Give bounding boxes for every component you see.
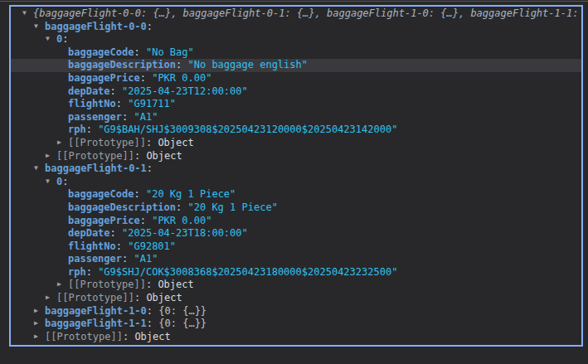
property-key: baggageCode bbox=[68, 188, 134, 200]
property-string-value: "G92801" bbox=[128, 240, 176, 252]
separator: : bbox=[176, 201, 187, 213]
property-key: depDate bbox=[68, 227, 110, 239]
tree-row: baggageCode: "No Bag" bbox=[11, 46, 581, 60]
tree-row[interactable]: ▼0: bbox=[11, 176, 581, 189]
separator: : bbox=[147, 163, 153, 174]
tree-row[interactable]: ▼baggageFlight-0-1: bbox=[11, 163, 581, 176]
tree-row: passenger: "A1" bbox=[11, 111, 581, 124]
separator: : bbox=[134, 46, 145, 58]
separator: : bbox=[134, 150, 146, 162]
property-key: baggageDescription bbox=[68, 59, 176, 70]
separator: : bbox=[62, 176, 68, 187]
tree-row: baggagePrice: "PKR 0.00" bbox=[11, 215, 581, 228]
tree-row: rph: "G9$BAH/SHJ$3009308$20250423120000$… bbox=[11, 124, 581, 137]
property-key: flightNo bbox=[68, 98, 116, 109]
collapse-triangle-icon[interactable]: ▼ bbox=[46, 176, 56, 188]
separator: : bbox=[147, 21, 153, 32]
object-value: Object bbox=[146, 150, 182, 162]
property-string-value: "A1" bbox=[134, 253, 158, 265]
property-string-value: "PKR 0.00" bbox=[152, 72, 211, 84]
separator: : bbox=[146, 279, 158, 291]
property-key: depDate bbox=[68, 85, 110, 97]
tree-row[interactable]: ▼{baggageFlight-0-0: {…}, baggageFlight-… bbox=[11, 7, 581, 21]
separator: : bbox=[147, 318, 158, 330]
property-string-value: "2025-04-23T12:00:00" bbox=[122, 85, 248, 97]
prototype-key: [[Prototype]] bbox=[45, 331, 123, 342]
expand-triangle-icon[interactable]: ▶ bbox=[34, 305, 45, 318]
log-entry-divider bbox=[0, 1, 588, 2]
tree-row[interactable]: ▼baggageFlight-0-0: bbox=[11, 21, 581, 34]
separator: : bbox=[134, 292, 146, 303]
property-string-value: "No baggage english" bbox=[188, 59, 309, 70]
property-key: baggageFlight-1-0 bbox=[45, 305, 147, 317]
tree-row: baggageDescription: "No baggage english" bbox=[11, 59, 581, 72]
tree-row: depDate: "2025-04-23T12:00:00" bbox=[11, 85, 581, 99]
tree-row: depDate: "2025-04-23T18:00:00" bbox=[11, 227, 581, 240]
tree-row[interactable]: ▶[[Prototype]]: Object bbox=[11, 137, 581, 150]
property-key: baggageFlight-1-1 bbox=[45, 318, 147, 330]
property-string-value: "G9$BAH/SHJ$3009308$20250423120000$20250… bbox=[98, 124, 397, 135]
tree-row: flightNo: "G91711" bbox=[11, 98, 581, 111]
tree-row[interactable]: ▶[[Prototype]]: Object bbox=[11, 331, 581, 344]
collapse-triangle-icon[interactable]: ▼ bbox=[34, 21, 45, 33]
tree-row[interactable]: ▶baggageFlight-1-1: {0: {…}} bbox=[11, 318, 581, 331]
separator: : bbox=[147, 305, 158, 317]
separator: : bbox=[110, 227, 122, 239]
separator: : bbox=[116, 98, 128, 109]
expand-triangle-icon[interactable]: ▶ bbox=[57, 279, 68, 291]
expand-triangle-icon[interactable]: ▶ bbox=[57, 137, 68, 149]
property-string-value: "G9$SHJ/COK$3008368$20250423180000$20250… bbox=[98, 266, 397, 278]
property-key: baggagePrice bbox=[68, 72, 140, 84]
collapse-triangle-icon[interactable]: ▼ bbox=[34, 163, 45, 175]
object-value: Object bbox=[146, 292, 182, 303]
property-key: baggageCode bbox=[68, 46, 134, 58]
expand-triangle-icon[interactable]: ▶ bbox=[46, 292, 56, 304]
property-string-value: "No Bag" bbox=[146, 46, 194, 58]
property-key: passenger bbox=[68, 253, 122, 265]
property-key: flightNo bbox=[68, 240, 116, 252]
tree-row: rph: "G9$SHJ/COK$3008368$20250423180000$… bbox=[11, 266, 581, 279]
property-key: rph bbox=[68, 266, 86, 278]
property-key: passenger bbox=[68, 111, 122, 123]
tree-row: passenger: "A1" bbox=[11, 253, 581, 266]
tree-row[interactable]: ▶[[Prototype]]: Object bbox=[11, 292, 581, 305]
separator: : bbox=[176, 59, 187, 70]
object-tree: ▼{baggageFlight-0-0: {…}, baggageFlight-… bbox=[11, 7, 581, 343]
prototype-key: [[Prototype]] bbox=[56, 292, 134, 303]
separator: : bbox=[110, 85, 122, 97]
prototype-key: [[Prototype]] bbox=[68, 279, 146, 291]
property-string-value: "20 Kg 1 Piece" bbox=[146, 188, 236, 200]
property-string-value: "20 Kg 1 Piece" bbox=[188, 201, 278, 213]
property-key: baggageFlight-0-1 bbox=[45, 163, 147, 174]
separator: : bbox=[62, 33, 68, 45]
tree-row[interactable]: ▶[[Prototype]]: Object bbox=[11, 150, 581, 163]
separator: : bbox=[86, 124, 98, 135]
expand-triangle-icon[interactable]: ▶ bbox=[46, 150, 56, 163]
separator: : bbox=[122, 253, 134, 265]
tree-row[interactable]: ▶baggageFlight-1-0: {0: {…}} bbox=[11, 305, 581, 318]
separator: : bbox=[140, 215, 152, 226]
tree-row[interactable]: ▼0: bbox=[11, 33, 581, 46]
separator: : bbox=[140, 72, 152, 84]
console-log-entry: ▼{baggageFlight-0-0: {…}, baggageFlight-… bbox=[9, 5, 583, 347]
collapse-triangle-icon[interactable]: ▼ bbox=[46, 33, 56, 46]
expand-triangle-icon[interactable]: ▶ bbox=[34, 331, 45, 343]
separator: : bbox=[134, 188, 145, 200]
property-string-value: "2025-04-23T18:00:00" bbox=[122, 227, 248, 239]
expand-triangle-icon[interactable]: ▶ bbox=[34, 318, 45, 330]
object-preview: {baggageFlight-0-0: {…}, baggageFlight-0… bbox=[33, 7, 581, 19]
tree-row: baggageDescription: "20 Kg 1 Piece" bbox=[11, 201, 581, 215]
property-string-value: "G91711" bbox=[128, 98, 176, 109]
property-key: baggageDescription bbox=[68, 201, 176, 213]
property-key: rph bbox=[68, 124, 86, 135]
collapse-triangle-icon[interactable]: ▼ bbox=[22, 7, 33, 20]
property-key: baggagePrice bbox=[68, 215, 140, 226]
separator: : bbox=[86, 266, 98, 278]
object-value: Object bbox=[158, 279, 193, 291]
tree-row[interactable]: ▶[[Prototype]]: Object bbox=[11, 279, 581, 292]
separator: : bbox=[146, 137, 158, 148]
separator: : bbox=[122, 111, 134, 123]
tree-row: baggagePrice: "PKR 0.00" bbox=[11, 72, 581, 85]
property-string-value: "A1" bbox=[134, 111, 158, 123]
object-value: Object bbox=[134, 331, 170, 342]
